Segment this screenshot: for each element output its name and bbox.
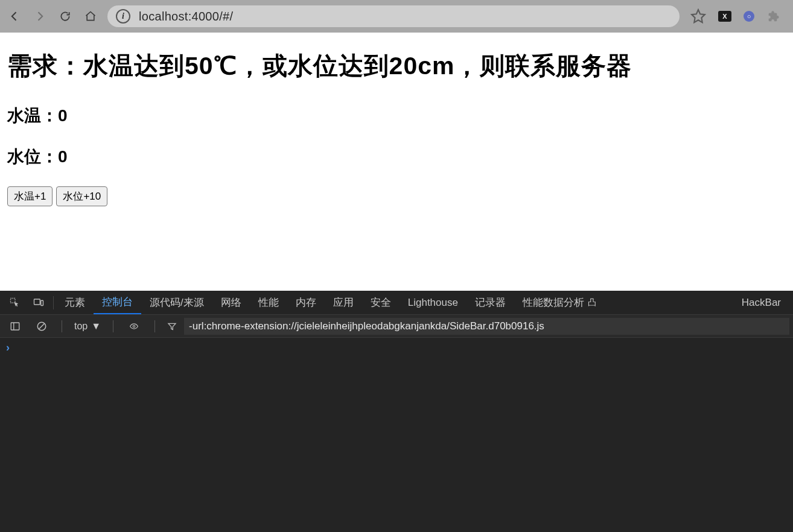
- site-info-icon[interactable]: i: [116, 9, 130, 24]
- forward-button[interactable]: [34, 10, 46, 22]
- tab-memory[interactable]: 内存: [287, 291, 325, 314]
- water-level-line: 水位：0: [7, 145, 786, 168]
- extensions-icon[interactable]: [766, 10, 780, 23]
- page-content: 需求：水温达到50℃，或水位达到20cm，则联系服务器 水温：0 水位：0 水温…: [0, 33, 793, 291]
- home-button[interactable]: [84, 10, 97, 22]
- tab-lighthouse[interactable]: Lighthouse: [400, 291, 467, 314]
- tab-security[interactable]: 安全: [362, 291, 400, 314]
- browser-toolbar: i localhost:4000/#/ X ○: [0, 0, 793, 33]
- svg-point-7: [133, 325, 135, 328]
- console-prompt: ›: [6, 341, 10, 353]
- tab-performance[interactable]: 性能: [250, 291, 287, 314]
- reload-button[interactable]: [59, 10, 71, 22]
- console-toolbar: top ▼: [0, 315, 793, 338]
- console-output[interactable]: ›: [0, 338, 793, 532]
- water-temp-line: 水温：0: [7, 104, 786, 127]
- tab-hackbar[interactable]: HackBar: [733, 291, 789, 314]
- console-filter-input[interactable]: [184, 318, 789, 335]
- extension-o-icon[interactable]: ○: [744, 11, 754, 22]
- requirement-heading: 需求：水温达到50℃，或水位达到20cm，则联系服务器: [7, 49, 786, 83]
- toggle-sidebar-icon[interactable]: [4, 315, 27, 337]
- live-expression-icon[interactable]: [122, 315, 146, 337]
- inspect-element-icon[interactable]: [4, 291, 27, 314]
- chevron-down-icon: ▼: [91, 321, 101, 332]
- tab-elements[interactable]: 元素: [56, 291, 94, 314]
- water-temp-value: 0: [58, 106, 68, 125]
- tab-sources[interactable]: 源代码/来源: [141, 291, 212, 314]
- filter-icon[interactable]: [164, 315, 180, 337]
- devtools-tabbar: 元素 控制台 源代码/来源 网络 性能 内存 应用 安全 Lighthouse …: [0, 291, 793, 315]
- url-text: localhost:4000/#/: [139, 10, 233, 24]
- tab-network[interactable]: 网络: [212, 291, 250, 314]
- increase-temp-button[interactable]: 水温+1: [7, 186, 53, 206]
- address-bar[interactable]: i localhost:4000/#/: [107, 5, 680, 27]
- svg-rect-1: [34, 299, 40, 305]
- clear-console-icon[interactable]: [30, 315, 53, 337]
- back-button[interactable]: [8, 10, 21, 22]
- water-temp-label: 水温：: [7, 106, 58, 125]
- increase-level-button[interactable]: 水位+10: [56, 186, 107, 206]
- bookmark-star-icon[interactable]: [690, 8, 706, 24]
- svg-rect-2: [41, 300, 43, 305]
- tab-recorder[interactable]: 记录器: [467, 291, 514, 314]
- tab-console[interactable]: 控制台: [94, 291, 141, 314]
- devtools-panel: 元素 控制台 源代码/来源 网络 性能 内存 应用 安全 Lighthouse …: [0, 291, 793, 532]
- svg-rect-3: [11, 323, 19, 330]
- water-level-value: 0: [58, 147, 68, 166]
- context-selector[interactable]: top ▼: [71, 321, 104, 332]
- svg-line-6: [39, 323, 45, 329]
- tab-perf-insights[interactable]: 性能数据分析 凸: [514, 291, 605, 314]
- flask-icon: 凸: [588, 297, 596, 308]
- water-level-label: 水位：: [7, 147, 58, 166]
- tab-application[interactable]: 应用: [325, 291, 362, 314]
- extension-x-icon[interactable]: X: [718, 11, 731, 22]
- device-toolbar-icon[interactable]: [27, 291, 51, 314]
